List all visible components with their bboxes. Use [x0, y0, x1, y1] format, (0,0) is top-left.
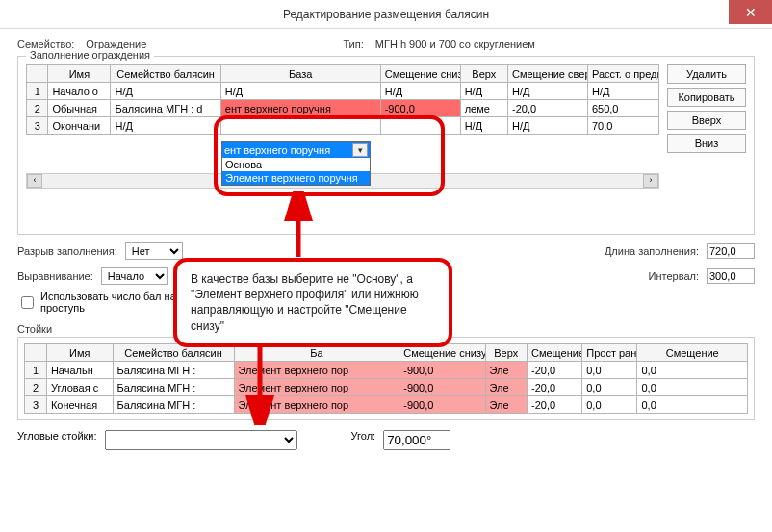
chevron-down-icon[interactable]: ▾	[352, 143, 368, 157]
col-name: Имя	[48, 65, 111, 83]
break-select[interactable]: Нет	[125, 242, 183, 260]
scroll-left-icon[interactable]: ‹	[27, 174, 42, 188]
table-row[interactable]: 2 Обычная Балясина МГН : d ент верхнего …	[27, 100, 659, 117]
col-offb: Смещение снизу	[380, 65, 460, 83]
copy-button[interactable]: Копировать	[667, 88, 746, 107]
dropdown-option[interactable]: Элемент верхнего поручня	[222, 171, 370, 185]
up-button[interactable]: Вверх	[667, 111, 746, 130]
length-input[interactable]	[707, 243, 755, 259]
annotation-callout: В качестве базы выберите не "Основу", а …	[173, 258, 452, 347]
fill-table[interactable]: Имя Семейство балясин База Смещение сниз…	[26, 64, 659, 135]
col-top: Верх	[460, 65, 507, 83]
angle-posts-select[interactable]	[105, 430, 297, 450]
interval-label: Интервал:	[649, 270, 699, 282]
col-offt: Смещение сверху	[507, 65, 587, 83]
posts-table[interactable]: Имя Семейство балясин Ба Смещение снизу …	[24, 343, 748, 414]
dropdown-current: ент верхнего поручня	[224, 144, 330, 156]
break-label: Разрыв заполнения:	[17, 245, 117, 257]
len-label: Длина заполнения:	[605, 245, 699, 257]
table-row[interactable]: 2 Угловая с Балясина МГН : Элемент верхн…	[25, 379, 748, 396]
close-icon: ✕	[745, 6, 757, 19]
type-label: Тип:	[343, 38, 363, 50]
use-count-checkbox[interactable]	[21, 296, 34, 309]
type-value: МГН h 900 и 700 со скруглением	[375, 38, 535, 50]
delete-button[interactable]: Удалить	[667, 64, 746, 84]
col-dist: Расст. о предыдущ	[587, 65, 658, 83]
dropdown-option[interactable]: Основа	[222, 158, 370, 171]
align-select[interactable]: Начало	[101, 267, 168, 285]
angle-input[interactable]	[383, 430, 450, 450]
table-row[interactable]: 1 Начальн Балясина МГН : Элемент верхнег…	[25, 362, 748, 379]
table-row[interactable]: 1 Начало о Н/Д Н/Д Н/Д Н/Д Н/Д Н/Д	[27, 83, 659, 100]
fill-legend: Заполнение ограждения	[26, 49, 154, 61]
interval-input[interactable]	[707, 268, 755, 284]
align-label: Выравнивание:	[17, 270, 93, 282]
col-base: База	[220, 65, 380, 83]
angle-label: Угол:	[351, 430, 376, 450]
table-row[interactable]: 3 Окончани Н/Д Н/Д Н/Д 70,0	[27, 117, 659, 135]
angle-posts-label: Угловые стойки:	[17, 430, 97, 450]
close-button[interactable]: ✕	[729, 0, 772, 24]
down-button[interactable]: Вниз	[667, 134, 746, 153]
table-row[interactable]: 3 Конечная Балясина МГН : Элемент верхне…	[25, 396, 748, 414]
scroll-right-icon[interactable]: ›	[643, 174, 658, 188]
window-title: Редактирование размещения балясин	[283, 8, 489, 21]
col-family: Семейство балясин	[111, 65, 220, 83]
base-dropdown[interactable]: ент верхнего поручня ▾ Основа Элемент ве…	[221, 141, 371, 186]
